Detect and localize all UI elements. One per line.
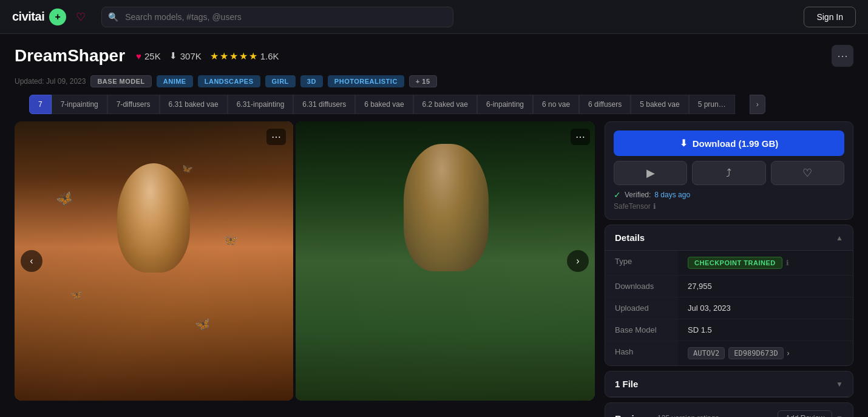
file-chevron-icon: ▼: [836, 380, 843, 388]
version-tab-0[interactable]: 7: [29, 95, 52, 114]
stars-row: ★ ★ ★ ★ ★: [210, 50, 257, 62]
play-button[interactable]: ▶: [614, 161, 687, 185]
hash-label: Hash: [605, 341, 678, 365]
verified-icon: ✓: [614, 190, 621, 200]
safetensor-label: SafeTensor: [614, 202, 651, 211]
version-tab-5[interactable]: 6.31 diffusers: [293, 95, 355, 114]
version-tab-12[interactable]: 5 prun…: [689, 95, 735, 114]
model-header: DreamShaper ♥ 25K ⬇ 307K ★ ★ ★ ★ ★ 1.6K: [0, 34, 868, 73]
likes-stat: ♥ 25K: [136, 51, 161, 61]
download-icon: ⬇: [169, 50, 177, 61]
save-button[interactable]: ♡: [771, 161, 844, 185]
tag-3d[interactable]: 3D: [300, 75, 323, 87]
main-content: ‹ 🦋 🦋 🦋 🦋 🦋 ⋯ ⋯ › ⬇ Downlo: [0, 114, 868, 417]
version-tab-8[interactable]: 6-inpainting: [477, 95, 533, 114]
version-tab-7[interactable]: 6.2 baked vae: [413, 95, 477, 114]
heart-icon[interactable]: ♡: [76, 10, 86, 24]
likes-count: 25K: [144, 51, 161, 61]
base-model-label: Base Model: [605, 319, 678, 341]
file-section-title: 1 File: [615, 379, 638, 389]
gallery-image-2: ⋯: [296, 121, 595, 401]
search-input[interactable]: [101, 7, 453, 27]
verified-text: Verified:: [625, 191, 651, 199]
reviews-section: Reviews 125 version ratings Add Review ▼…: [605, 402, 853, 417]
safetensor-row: SafeTensor ℹ: [614, 202, 844, 211]
version-tab-4[interactable]: 6.31-inpainting: [228, 95, 294, 114]
header: civitai + ♡ 🔍 Sign In: [0, 0, 868, 34]
downloads-value: 27,955: [678, 276, 853, 297]
reviews-header: Reviews 125 version ratings Add Review ▼: [605, 403, 853, 417]
detail-row-base-model: Base Model SD 1.5: [605, 319, 853, 341]
star-1: ★: [210, 50, 219, 62]
detail-row-type: Type CHECKPOINT TRAINED ℹ: [605, 251, 853, 276]
version-tab-10[interactable]: 6 diffusers: [579, 95, 631, 114]
details-title: Details: [615, 232, 645, 243]
safetensor-info-icon[interactable]: ℹ: [653, 202, 656, 211]
search-icon: 🔍: [108, 12, 118, 22]
version-tab-11[interactable]: 5 baked vae: [631, 95, 688, 114]
version-tab-1[interactable]: 7-inpainting: [52, 95, 107, 114]
updated-text: Updated: Jul 09, 2023: [15, 77, 86, 86]
hash-ed-tag[interactable]: ED989D673D: [728, 347, 783, 359]
tabs-scroll-right-button[interactable]: ›: [750, 95, 765, 114]
image-2-options-button[interactable]: ⋯: [571, 129, 590, 145]
detail-row-hash: Hash AUTOV2 ED989D673D ›: [605, 341, 853, 365]
tag-girl[interactable]: GIRL: [265, 75, 296, 87]
tag-landscapes[interactable]: LANDSCAPES: [198, 75, 260, 87]
download-actions: ▶ ⤴ ♡: [614, 161, 844, 185]
verified-row: ✓ Verified: 8 days ago: [614, 190, 844, 200]
tag-more[interactable]: + 15: [409, 75, 437, 87]
star-2: ★: [220, 50, 228, 62]
star-5: ★: [249, 50, 257, 62]
gallery-prev-button[interactable]: ‹: [21, 250, 42, 272]
file-section-header[interactable]: 1 File ▼: [605, 371, 853, 397]
gallery-next-button[interactable]: ›: [567, 250, 589, 272]
type-info-icon[interactable]: ℹ: [786, 259, 789, 267]
more-options-button[interactable]: ⋯: [832, 45, 853, 67]
logo-plus-icon[interactable]: +: [49, 8, 66, 25]
image-1-options-button[interactable]: ⋯: [266, 129, 286, 145]
star-3: ★: [229, 50, 238, 62]
file-section: 1 File ▼: [605, 371, 853, 398]
version-tab-2[interactable]: 7-diffusers: [107, 95, 160, 114]
heart-icon: ♥: [136, 51, 141, 61]
details-section-header[interactable]: Details ▲: [605, 225, 853, 251]
tag-photorealistic[interactable]: PHOTOREALISTIC: [328, 75, 404, 87]
detail-row-downloads: Downloads 27,955: [605, 276, 853, 297]
ratings-count: 1.6K: [260, 51, 279, 61]
star-4: ★: [239, 50, 248, 62]
version-tab-3[interactable]: 6.31 baked vae: [160, 95, 228, 114]
detail-row-uploaded: Uploaded Jul 03, 2023: [605, 297, 853, 319]
version-ratings-text: 125 version ratings: [657, 414, 719, 417]
logo: civitai +: [12, 8, 66, 25]
reviews-header-right: Add Review ▼: [778, 410, 843, 417]
download-button[interactable]: ⬇ Download (1.99 GB): [614, 131, 844, 156]
downloads-count: 307K: [180, 51, 202, 61]
sign-in-button[interactable]: Sign In: [804, 7, 856, 27]
logo-text: civitai: [12, 10, 44, 24]
tag-anime[interactable]: ANIME: [157, 75, 193, 87]
hash-autov2-tag[interactable]: AUTOV2: [688, 347, 725, 359]
hash-arrow-icon[interactable]: ›: [787, 349, 790, 358]
tags-row: Updated: Jul 09, 2023 BASE MODEL ANIME L…: [0, 73, 868, 95]
tag-base-model[interactable]: BASE MODEL: [90, 75, 151, 87]
version-tab-9[interactable]: 6 no vae: [533, 95, 579, 114]
uploaded-value: Jul 03, 2023: [678, 297, 853, 319]
download-button-label: Download (1.99 GB): [693, 138, 779, 149]
version-tabs: 77-inpainting7-diffusers6.31 baked vae6.…: [15, 95, 750, 114]
verified-link[interactable]: 8 days ago: [654, 191, 690, 199]
add-review-button[interactable]: Add Review: [778, 410, 832, 417]
base-model-value: SD 1.5: [678, 319, 853, 341]
gallery-image-1: 🦋 🦋 🦋 🦋 🦋 ⋯: [15, 121, 293, 401]
version-tabs-container: 77-inpainting7-diffusers6.31 baked vae6.…: [0, 95, 868, 114]
reviews-chevron-icon[interactable]: ▼: [836, 414, 843, 417]
reviews-title: Reviews: [615, 413, 651, 418]
details-chevron-icon: ▲: [836, 234, 843, 242]
uploaded-label: Uploaded: [605, 297, 678, 319]
download-icon: ⬇: [680, 138, 688, 149]
share-button[interactable]: ⤴: [692, 161, 765, 185]
version-tab-6[interactable]: 6 baked vae: [355, 95, 413, 114]
model-meta: ♥ 25K ⬇ 307K ★ ★ ★ ★ ★ 1.6K: [136, 50, 279, 62]
reviews-header-left: Reviews 125 version ratings: [615, 413, 719, 418]
details-table: Type CHECKPOINT TRAINED ℹ Downloads 27,9…: [605, 251, 853, 365]
